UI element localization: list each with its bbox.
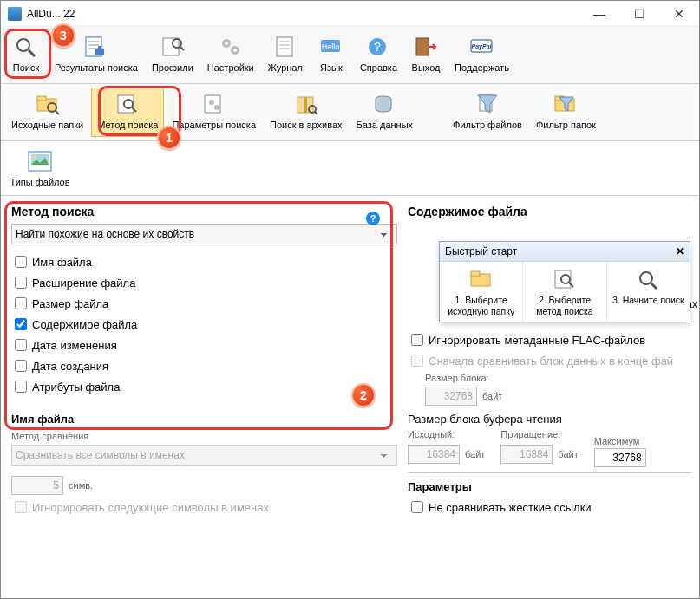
rib-lang[interactable]: HelloЯзык xyxy=(311,30,352,77)
rib-exit-label: Выход xyxy=(412,62,441,73)
rib-profiles[interactable]: Профили xyxy=(146,30,200,77)
badge-3: 3 xyxy=(51,23,75,48)
byte-suffix-2: байт xyxy=(465,449,485,459)
quickstart-title: Быстрый старт xyxy=(445,245,517,257)
method-check-4[interactable] xyxy=(15,339,27,351)
hardlinks-checkbox[interactable] xyxy=(411,501,423,513)
rib-support-label: Поддержать xyxy=(455,62,509,73)
close-button[interactable]: ✕ xyxy=(659,1,699,27)
subrib-filefilter[interactable]: Фильтр файлов xyxy=(447,88,528,137)
qs-icon-3 xyxy=(634,267,662,291)
rib-help[interactable]: ?Справка xyxy=(354,30,403,77)
subrib-archives[interactable]: Поиск в архивах xyxy=(264,88,349,137)
titlebar: AllDu... 22 — ☐ ✕ xyxy=(1,1,699,27)
subrib-method[interactable]: Метод поиска xyxy=(91,88,164,137)
filetypes-button[interactable]: Типы файлов xyxy=(5,145,75,192)
method-check-3[interactable] xyxy=(15,318,27,330)
help-icon: ? xyxy=(364,33,392,61)
quickstart-step-2[interactable]: 2. Выберите метод поиска xyxy=(523,262,606,322)
rib-help-label: Справка xyxy=(360,62,397,73)
method-panel: Метод поиска ? Найти похожие на основе и… xyxy=(1,196,404,596)
qs-step-1-label: 1. Выберите исходную папку xyxy=(442,295,520,316)
chars-suffix: симв. xyxy=(69,480,93,491)
rib-search-label: Поиск xyxy=(13,62,39,73)
app-icon xyxy=(8,7,22,21)
badge-1: 1 xyxy=(157,126,181,150)
method-icon xyxy=(114,90,141,118)
subrib-db[interactable]: База данных xyxy=(350,88,420,137)
method-check-2[interactable] xyxy=(15,297,27,309)
content-panel: Содержимое файла файлах Быстрый старт ✕ … xyxy=(404,196,699,596)
compare-names-combo[interactable]: Сравнивать все символы в именах xyxy=(11,445,397,466)
max-value-input[interactable] xyxy=(594,448,646,467)
rib-exit[interactable]: Выход xyxy=(405,30,447,77)
ignore-chars-label: Игнорировать следующие символы в именах xyxy=(32,501,269,514)
inc-value-input[interactable] xyxy=(500,445,553,464)
rib-settings[interactable]: Настройки xyxy=(201,30,260,77)
byte-suffix-3: байт xyxy=(558,449,578,459)
rib-journal[interactable]: Журнал xyxy=(262,30,309,77)
chars-input[interactable] xyxy=(11,476,63,495)
tail-compare-checkbox[interactable] xyxy=(411,355,423,367)
svg-point-35 xyxy=(214,105,219,110)
subrib-sparams-label: Параметры поиска xyxy=(172,120,256,130)
ribbon-sub: Исходные папкиМетод поискаПараметры поис… xyxy=(1,84,699,141)
svg-text:Hello: Hello xyxy=(322,42,340,51)
svg-line-10 xyxy=(180,47,184,50)
method-check-3-label: Содержимое файла xyxy=(32,318,137,331)
content-title: Содержимое файла xyxy=(408,205,692,218)
method-check-5[interactable] xyxy=(15,360,27,372)
subrib-dirfilter[interactable]: Фильтр папок xyxy=(530,88,602,137)
max-label: Максимум xyxy=(594,436,646,446)
svg-rect-49 xyxy=(555,270,571,288)
tail-compare-label: Сначала сравнивать блок данных в конце ф… xyxy=(429,355,673,368)
minimize-button[interactable]: — xyxy=(579,1,619,27)
svg-rect-15 xyxy=(277,37,292,56)
maximize-button[interactable]: ☐ xyxy=(619,1,659,27)
method-combo[interactable]: Найти похожие на основе их свойств xyxy=(11,224,397,244)
method-check-2-label: Размер файла xyxy=(32,297,108,310)
exit-icon xyxy=(412,33,440,61)
subrib-sparams[interactable]: Параметры поиска xyxy=(166,88,262,137)
svg-point-52 xyxy=(640,272,652,284)
svg-point-0 xyxy=(17,39,29,51)
block-size-input[interactable] xyxy=(425,387,477,406)
quickstart-step-3[interactable]: 3. Начните поиск xyxy=(607,262,690,322)
rib-search[interactable]: Поиск xyxy=(5,30,47,77)
inc-label: Приращение: xyxy=(500,429,578,439)
method-check-6[interactable] xyxy=(15,381,27,393)
image-icon xyxy=(26,147,54,175)
src-value-input[interactable] xyxy=(408,445,460,464)
ignore-flac-label: Игнорировать метаданные FLAC-файлов xyxy=(429,334,645,347)
svg-rect-23 xyxy=(416,38,429,55)
svg-line-39 xyxy=(315,112,317,114)
svg-text:PayPal: PayPal xyxy=(472,43,493,50)
qs-icon-2 xyxy=(551,267,579,291)
quickstart-close-icon[interactable]: ✕ xyxy=(676,245,684,257)
rib-support[interactable]: PayPalПоддержать xyxy=(448,30,515,77)
journal-icon xyxy=(271,33,299,61)
lang-icon: Hello xyxy=(317,33,345,61)
ignore-flac-checkbox[interactable] xyxy=(411,334,423,346)
filename-title: Имя файла xyxy=(11,413,397,426)
method-check-0[interactable] xyxy=(15,256,27,268)
method-check-6-label: Атрибуты файла xyxy=(32,381,120,394)
quickstart-step-1[interactable]: 1. Выберите исходную папку xyxy=(440,262,523,322)
svg-rect-30 xyxy=(118,95,134,113)
subrib-filefilter-label: Фильтр файлов xyxy=(453,120,522,130)
ribbon-extra: Типы файлов xyxy=(1,141,699,196)
subrib-srcfolders-label: Исходные папки xyxy=(11,120,83,130)
src-label: Исходный: xyxy=(408,429,485,439)
srcfolders-icon xyxy=(34,90,62,118)
rib-results-label: Результаты поиска xyxy=(55,62,138,73)
subrib-srcfolders[interactable]: Исходные папки xyxy=(5,88,89,137)
filetypes-label: Типы файлов xyxy=(10,177,69,187)
method-check-1[interactable] xyxy=(15,277,27,289)
hardlinks-label: Не сравнивать жесткие ссылки xyxy=(429,501,592,514)
dirfilter-icon xyxy=(552,90,579,118)
profiles-icon xyxy=(159,33,186,61)
svg-rect-7 xyxy=(98,46,101,49)
svg-point-46 xyxy=(33,156,36,160)
help-icon[interactable]: ? xyxy=(366,212,380,225)
ignore-chars-checkbox[interactable] xyxy=(15,501,27,513)
